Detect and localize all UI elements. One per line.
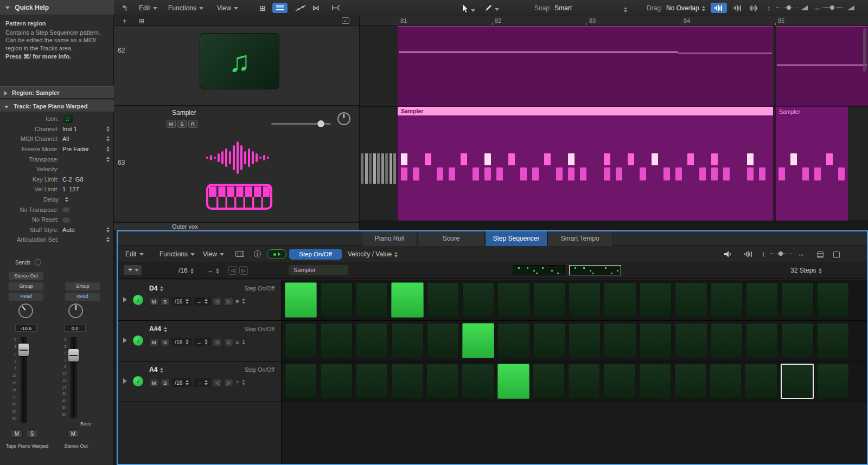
track-import-icon[interactable]: [331, 4, 341, 12]
pencil-tool-button[interactable]: [485, 4, 499, 12]
snap-stepper[interactable]: [621, 1, 627, 17]
step-cell[interactable]: [285, 364, 317, 399]
step-cell[interactable]: [569, 282, 601, 318]
stepper-icon[interactable]: [106, 157, 110, 162]
step-cell[interactable]: [533, 323, 565, 358]
drag-value[interactable]: No Overlap: [666, 0, 705, 16]
row-rate-stepper[interactable]: /16: [172, 297, 192, 306]
step-cell[interactable]: [640, 323, 672, 358]
row-note-name[interactable]: A4: [149, 366, 163, 373]
step-cell[interactable]: [603, 364, 635, 399]
step-cell[interactable]: [675, 282, 707, 318]
waveform-zoom-button[interactable]: [711, 3, 727, 13]
stepper-icon[interactable]: [65, 197, 68, 202]
step-cell[interactable]: [746, 323, 778, 358]
step-cell[interactable]: [781, 364, 814, 399]
stepper-icon[interactable]: [186, 299, 189, 304]
row-disclosure-icon[interactable]: [123, 338, 127, 343]
track-pan-knob[interactable]: [337, 112, 350, 125]
inspector-field[interactable]: Freeze Mode:Pre Fader: [0, 144, 114, 154]
field-value[interactable]: Auto: [62, 227, 75, 233]
grid-view-icon[interactable]: ⊞: [259, 0, 266, 16]
inspector-field[interactable]: Staff Style:Auto: [0, 225, 114, 235]
inspector-field[interactable]: No Transpose:: [0, 204, 114, 215]
waveform-vzoom-icon[interactable]: [733, 5, 742, 11]
step-cell[interactable]: [356, 323, 388, 358]
region-track62-right[interactable]: [776, 26, 868, 106]
row-rate-stepper[interactable]: /16: [172, 378, 192, 387]
list-box-icon[interactable]: [817, 251, 824, 257]
keyboard-icon[interactable]: [235, 251, 244, 257]
step-cell[interactable]: [391, 323, 423, 358]
step-cell[interactable]: [817, 364, 849, 399]
step-cell[interactable]: [356, 282, 388, 318]
menu-view[interactable]: View: [203, 246, 224, 262]
stepper-icon[interactable]: [106, 146, 110, 152]
horizontal-zoom-icon[interactable]: ↔: [814, 0, 821, 16]
pattern-length-stepper[interactable]: 32 Steps: [790, 262, 822, 279]
menu-functions[interactable]: Functions: [159, 246, 195, 262]
stepper-icon[interactable]: [186, 380, 189, 385]
row-output-icon[interactable]: ↧: [241, 298, 246, 305]
pattern-region-main[interactable]: Sampler: [398, 107, 773, 221]
catch-playhead-icon[interactable]: ↰: [122, 0, 128, 16]
stepper-icon[interactable]: [106, 136, 110, 141]
track-header-63[interactable]: 63 Sampler M S R: [114, 106, 360, 222]
region-inspector-header[interactable]: Region: Sampler: [0, 86, 114, 99]
fader-thumb[interactable]: [18, 344, 29, 356]
region-track62-left[interactable]: [398, 26, 773, 106]
menu-functions[interactable]: Functions: [168, 0, 203, 16]
volume-value[interactable]: -10.6: [15, 325, 37, 332]
pattern-rate-stepper[interactable]: /16: [178, 262, 194, 279]
solo-button[interactable]: S: [177, 120, 187, 128]
blank-box-icon[interactable]: [833, 251, 840, 257]
playback-direction-stepper[interactable]: →: [207, 262, 219, 279]
checkbox[interactable]: [62, 206, 70, 212]
step-cell[interactable]: [817, 323, 849, 358]
group-button[interactable]: Group: [9, 282, 43, 290]
quick-help-header[interactable]: Quick Help: [0, 0, 114, 15]
step-cell[interactable]: [568, 364, 600, 399]
stepper-icon[interactable]: [164, 327, 167, 332]
rotate-left-button[interactable]: ◁: [213, 338, 222, 346]
automation-mode-button[interactable]: Read: [9, 293, 43, 301]
edit-mode-value-dropdown[interactable]: Velocity / Value: [348, 246, 398, 262]
mute-button[interactable]: M: [167, 120, 176, 128]
waveform-hzoom-icon[interactable]: [750, 5, 758, 11]
step-cell[interactable]: [781, 282, 813, 318]
step-cell[interactable]: [285, 323, 317, 358]
edit-mode-button[interactable]: Step On/Off: [289, 249, 342, 260]
step-cell[interactable]: [710, 364, 742, 399]
checkbox[interactable]: [62, 217, 70, 223]
stepper-icon[interactable]: [205, 299, 208, 304]
waveform-vzoom-icon[interactable]: [744, 251, 753, 257]
field-value[interactable]: All: [62, 135, 69, 142]
slider-thumb[interactable]: [317, 120, 324, 127]
rotate-left-button[interactable]: ◁: [228, 266, 237, 275]
rotate-right-button[interactable]: ▷: [224, 298, 233, 306]
inspector-field[interactable]: Velocity:: [0, 164, 114, 175]
row-direction-stepper[interactable]: →: [194, 338, 211, 346]
row-direction-stepper[interactable]: →: [194, 297, 211, 306]
stepper-icon[interactable]: [106, 227, 110, 232]
step-cell[interactable]: [533, 282, 565, 318]
menu-edit[interactable]: Edit: [139, 0, 157, 16]
duplicate-track-icon[interactable]: ⊞: [139, 17, 144, 25]
field-value[interactable]: Inst 1: [62, 126, 77, 132]
rotate-right-button[interactable]: ▷: [224, 379, 233, 387]
track-name[interactable]: Sampler: [172, 109, 196, 117]
send-knob[interactable]: [35, 259, 41, 266]
inspector-field[interactable]: No Reset:: [0, 215, 114, 225]
mute-button[interactable]: M: [149, 379, 158, 387]
stepper-icon[interactable]: [186, 339, 189, 345]
inspector-field[interactable]: Articulation Set:: [0, 235, 114, 245]
vertical-zoom-slider[interactable]: [776, 7, 797, 9]
step-cell[interactable]: [604, 282, 636, 318]
track-inspector-header[interactable]: Track: Tape Piano Warped: [0, 100, 114, 112]
step-cell[interactable]: [745, 364, 777, 399]
stepper-icon[interactable]: [106, 126, 110, 132]
snap-value[interactable]: Smart: [554, 0, 572, 16]
solo-button[interactable]: S: [161, 379, 170, 387]
automation-line[interactable]: [777, 64, 867, 66]
step-cell[interactable]: [640, 282, 672, 318]
